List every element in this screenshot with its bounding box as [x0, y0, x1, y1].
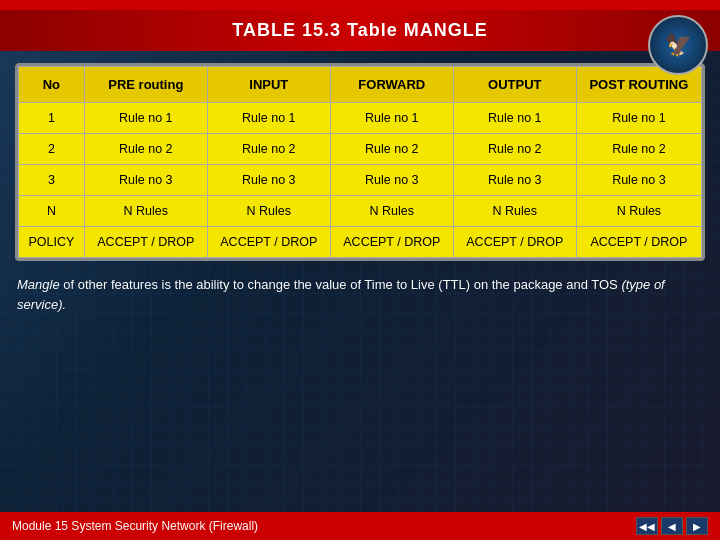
- table-cell-r0-c3: Rule no 1: [330, 103, 453, 134]
- table-cell-r1-c3: Rule no 2: [330, 134, 453, 165]
- table-cell-r1-c4: Rule no 2: [453, 134, 576, 165]
- table-row: NN RulesN RulesN RulesN RulesN Rules: [19, 196, 702, 227]
- table-cell-r2-c4: Rule no 3: [453, 165, 576, 196]
- table-cell-r4-c3: ACCEPT / DROP: [330, 227, 453, 258]
- table-cell-r3-c2: N Rules: [207, 196, 330, 227]
- table-cell-r0-c5: Rule no 1: [576, 103, 701, 134]
- footer-label: Module 15 System Security Network (Firew…: [12, 519, 258, 533]
- table-cell-r4-c0: POLICY: [19, 227, 85, 258]
- table-cell-r3-c4: N Rules: [453, 196, 576, 227]
- table-cell-r2-c2: Rule no 3: [207, 165, 330, 196]
- page-title: TABLE 15.3 Table MANGLE: [0, 10, 720, 51]
- table-cell-r3-c3: N Rules: [330, 196, 453, 227]
- col-header-forward: FORWARD: [330, 67, 453, 103]
- table-cell-r1-c0: 2: [19, 134, 85, 165]
- nav-prev-button[interactable]: ◀: [661, 517, 683, 535]
- table-cell-r3-c5: N Rules: [576, 196, 701, 227]
- col-header-no: No: [19, 67, 85, 103]
- table-container: No PRE routing INPUT FORWARD OUTPUT POST…: [15, 63, 705, 261]
- nav-buttons: ◀◀ ◀ ▶: [636, 517, 708, 535]
- table-row: 3Rule no 3Rule no 3Rule no 3Rule no 3Rul…: [19, 165, 702, 196]
- table-cell-r4-c4: ACCEPT / DROP: [453, 227, 576, 258]
- table-row: 1Rule no 1Rule no 1Rule no 1Rule no 1Rul…: [19, 103, 702, 134]
- col-header-output: OUTPUT: [453, 67, 576, 103]
- main-area: No PRE routing INPUT FORWARD OUTPUT POST…: [0, 51, 720, 512]
- table-cell-r2-c1: Rule no 3: [84, 165, 207, 196]
- table-cell-r3-c0: N: [19, 196, 85, 227]
- table-cell-r2-c3: Rule no 3: [330, 165, 453, 196]
- logo: 🦅: [648, 15, 708, 75]
- table-cell-r2-c0: 3: [19, 165, 85, 196]
- table-row: POLICYACCEPT / DROPACCEPT / DROPACCEPT /…: [19, 227, 702, 258]
- bottom-bar: Module 15 System Security Network (Firew…: [0, 512, 720, 540]
- caption-italic-start: Mangle: [17, 277, 60, 292]
- table-cell-r0-c4: Rule no 1: [453, 103, 576, 134]
- table-cell-r0-c0: 1: [19, 103, 85, 134]
- table-row: 2Rule no 2Rule no 2Rule no 2Rule no 2Rul…: [19, 134, 702, 165]
- table-cell-r4-c5: ACCEPT / DROP: [576, 227, 701, 258]
- caption-text: Mangle of other features is the ability …: [15, 275, 705, 314]
- mangle-table: No PRE routing INPUT FORWARD OUTPUT POST…: [18, 66, 702, 258]
- caption-middle: of other features is the ability to chan…: [60, 277, 622, 292]
- col-header-pre-routing: PRE routing: [84, 67, 207, 103]
- content-wrapper: 🦅 TABLE 15.3 Table MANGLE No PRE routing…: [0, 10, 720, 540]
- table-cell-r1-c5: Rule no 2: [576, 134, 701, 165]
- nav-next-button[interactable]: ▶: [686, 517, 708, 535]
- table-cell-r0-c2: Rule no 1: [207, 103, 330, 134]
- table-cell-r1-c2: Rule no 2: [207, 134, 330, 165]
- col-header-input: INPUT: [207, 67, 330, 103]
- table-cell-r1-c1: Rule no 2: [84, 134, 207, 165]
- table-cell-r2-c5: Rule no 3: [576, 165, 701, 196]
- table-header-row: No PRE routing INPUT FORWARD OUTPUT POST…: [19, 67, 702, 103]
- nav-prev-prev-button[interactable]: ◀◀: [636, 517, 658, 535]
- table-cell-r4-c1: ACCEPT / DROP: [84, 227, 207, 258]
- table-cell-r4-c2: ACCEPT / DROP: [207, 227, 330, 258]
- top-red-bar: [0, 0, 720, 10]
- table-cell-r3-c1: N Rules: [84, 196, 207, 227]
- table-cell-r0-c1: Rule no 1: [84, 103, 207, 134]
